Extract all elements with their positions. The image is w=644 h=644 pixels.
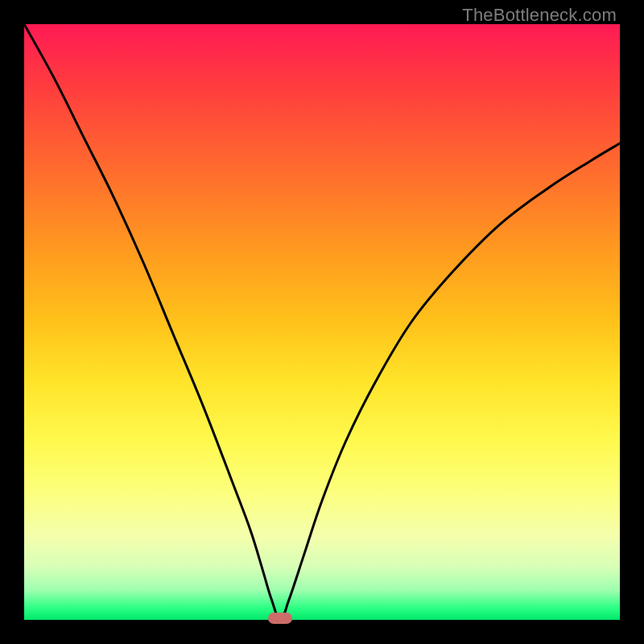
watermark-text: TheBottleneck.com (462, 5, 617, 26)
plot-area (24, 24, 620, 620)
chart-frame (24, 24, 620, 620)
bottleneck-curve (24, 24, 620, 620)
optimum-marker (268, 613, 292, 624)
curve-path (24, 24, 620, 620)
